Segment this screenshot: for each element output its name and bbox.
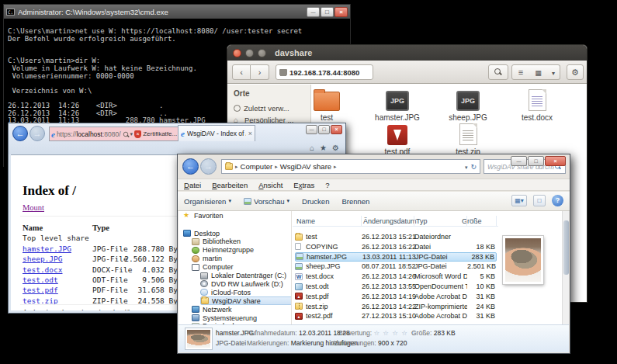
- scrollbar-thumb[interactable]: [563, 220, 569, 275]
- file-size: 2.560.122 By: [124, 255, 178, 263]
- certificate-error-text[interactable]: Zertifikatfe...: [143, 130, 177, 137]
- close-button[interactable]: [233, 49, 241, 57]
- favorites-star-icon[interactable]: ★: [320, 144, 327, 152]
- file-link[interactable]: test.pdf: [23, 286, 58, 294]
- ie-chrome[interactable]: https://localhost:8080/ Zertifikatfe... …: [9, 123, 345, 154]
- grid-item-test-docx[interactable]: test.docx: [504, 88, 570, 122]
- table-row-hamster-JPG[interactable]: hamster.JPG13.03.2011 11:13JPG-Datei283 …: [295, 252, 497, 262]
- breadcrumb-wsgidav-share[interactable]: WsgiDAV share: [280, 162, 331, 171]
- grid-item-sheep-JPG[interactable]: sheep.JPG: [435, 88, 501, 122]
- mount-link[interactable]: Mount: [23, 203, 44, 212]
- cmd-titlebar[interactable]: Administrator: C:\Windows\system32\cmd.e…: [4, 5, 350, 19]
- table-row-test2-pdf[interactable]: test2.pdf27.12.2013 15:10Adobe Acrobat D…: [295, 311, 497, 321]
- maximize-button[interactable]: [318, 125, 330, 134]
- menu-extras[interactable]: Extras: [293, 181, 314, 189]
- print-button[interactable]: Drucken: [302, 197, 329, 206]
- cell-type: JPG-Datei: [414, 262, 467, 270]
- menu-datei[interactable]: Datei: [184, 181, 201, 189]
- maximize-button[interactable]: [258, 49, 266, 57]
- details-dimensions: Abmessungen: 900 x 720: [332, 339, 407, 347]
- table-row-COPYING[interactable]: COPYING26.12.2013 16:22Datei18 KB: [295, 242, 497, 251]
- file-label: test.docx: [504, 113, 570, 122]
- nautilus-titlebar[interactable]: davshare: [227, 45, 587, 61]
- chevron-down-icon: [287, 198, 290, 204]
- word-icon: [295, 273, 303, 280]
- list-view-button[interactable]: [511, 64, 530, 80]
- grid-item-hamster-JPG[interactable]: hamster.JPG: [365, 88, 430, 122]
- grid-item-test-zip[interactable]: test.zip: [435, 122, 501, 156]
- cmd-icon: [6, 9, 15, 16]
- tab-close-icon[interactable]: [248, 130, 252, 137]
- gear-menu-button[interactable]: [567, 64, 584, 80]
- back-button[interactable]: [182, 158, 199, 175]
- menu-bearbeiten[interactable]: Bearbeiten: [212, 181, 248, 189]
- tab-title: WsgiDAV - Index of /: [187, 130, 246, 137]
- icon-cell: [295, 313, 306, 320]
- table-row-test-docx[interactable]: test.docx26.12.2013 14:26Microsoft Word …: [295, 272, 497, 281]
- maximize-button[interactable]: [528, 156, 544, 166]
- close-button[interactable]: [545, 156, 566, 166]
- address-dropdown-icon[interactable]: [465, 162, 468, 171]
- grid-view-button[interactable]: [529, 64, 548, 80]
- cmd-window-controls: [307, 7, 348, 17]
- chevron-down-icon[interactable]: [130, 131, 133, 137]
- file-type: JPG-File: [92, 244, 128, 253]
- search-button[interactable]: [488, 64, 508, 80]
- table-row-test-pdf[interactable]: test.pdf26.12.2013 14:19Adobe Acrobat D.…: [295, 292, 497, 301]
- column-type: Type: [92, 224, 109, 232]
- minimize-button[interactable]: [307, 7, 320, 17]
- minimize-button[interactable]: [511, 156, 527, 166]
- breadcrumb-computer[interactable]: Computer: [241, 162, 273, 171]
- organize-button[interactable]: Organisieren: [184, 197, 231, 206]
- change-view-button[interactable]: [511, 195, 527, 206]
- maximize-button[interactable]: [321, 7, 334, 17]
- icon-cell: [295, 283, 306, 290]
- burn-button[interactable]: Brennen: [341, 197, 369, 206]
- breadcrumb-arrow-icon: [275, 164, 278, 170]
- gear-icon[interactable]: ⚙: [332, 144, 339, 152]
- back-button[interactable]: [12, 126, 28, 141]
- cell-size: 5 KB: [467, 272, 497, 280]
- breadcrumb[interactable]: Computer WsgiDAV share: [221, 159, 480, 174]
- minimize-button[interactable]: [306, 125, 317, 134]
- address-field[interactable]: 192.168.178.44:8080: [276, 64, 373, 80]
- menu-[interactable]: ?: [325, 181, 329, 189]
- grid-item-test[interactable]: test: [294, 88, 359, 122]
- forward-button[interactable]: [251, 64, 269, 80]
- file-link[interactable]: test.docx: [23, 265, 62, 274]
- breadcrumb-arrow-icon: [334, 164, 337, 170]
- file-link[interactable]: hamster.JPG: [23, 244, 71, 253]
- file-size: 288.780 By: [133, 244, 178, 253]
- tab-wsgidav[interactable]: WsgiDAV - Index of /: [178, 125, 255, 141]
- vertical-scrollbar[interactable]: [562, 211, 569, 324]
- table-row-test-zip[interactable]: test.zip26.12.2013 14:22ZIP-komprimierte…: [295, 302, 497, 311]
- close-button[interactable]: [331, 125, 342, 134]
- icon-cell: [295, 263, 306, 270]
- minimize-button[interactable]: [245, 49, 254, 57]
- icon-cell: [295, 303, 306, 310]
- cmd-window-title: Administrator: C:\Windows\system32\cmd.e…: [18, 8, 307, 16]
- preview-button[interactable]: Vorschau: [244, 197, 289, 206]
- view-options-chevron[interactable]: [547, 64, 560, 80]
- file-link[interactable]: sheep.JPG: [23, 255, 62, 263]
- search-icon[interactable]: [123, 131, 127, 136]
- address-bar[interactable]: https://localhost:8080/ Zertifikatfe...: [49, 127, 182, 141]
- back-button[interactable]: [232, 64, 251, 80]
- grid-item-test-pdf[interactable]: test.pdf: [365, 122, 430, 156]
- icon-box: [365, 122, 430, 145]
- menu-ansicht[interactable]: Ansicht: [258, 181, 283, 189]
- table-row-test-odt[interactable]: test.odt26.12.2013 13:55OpenDocument T..…: [295, 282, 497, 291]
- home-icon[interactable]: ⌂: [310, 144, 314, 152]
- forward-button[interactable]: [29, 126, 45, 141]
- cell-name: test2.pdf: [306, 312, 362, 320]
- table-row-sheep-JPG[interactable]: sheep.JPG08.07.2011 18:52JPG-Datei2.501 …: [295, 262, 497, 271]
- pdf-file-icon: [387, 125, 407, 145]
- preview-pane-toggle[interactable]: [533, 195, 546, 206]
- close-button[interactable]: [334, 7, 348, 17]
- forward-button[interactable]: [200, 158, 217, 175]
- file-link[interactable]: test.odt: [23, 276, 58, 284]
- refresh-icon[interactable]: [470, 162, 477, 171]
- help-button[interactable]: [552, 195, 563, 206]
- table-row-test[interactable]: test26.12.2013 15:21Dateiordner: [295, 232, 497, 241]
- details-rating[interactable]: Bewertung: ☆ ☆ ☆ ☆ ☆: [338, 329, 418, 337]
